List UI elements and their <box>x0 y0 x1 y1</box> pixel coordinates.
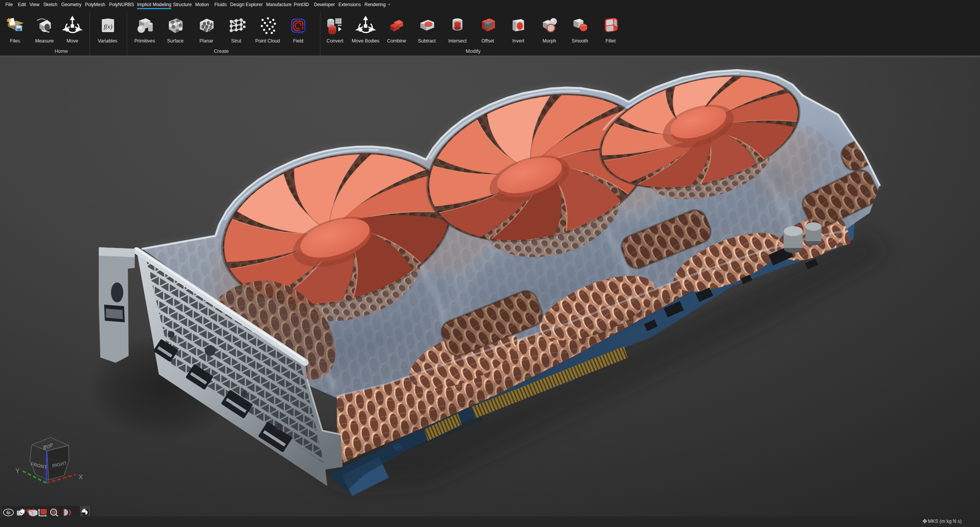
svg-text:f(x): f(x) <box>104 23 112 30</box>
svg-text:X: X <box>78 473 83 481</box>
svg-text:Ω: Ω <box>299 24 305 32</box>
svg-text:Y: Y <box>15 467 20 475</box>
